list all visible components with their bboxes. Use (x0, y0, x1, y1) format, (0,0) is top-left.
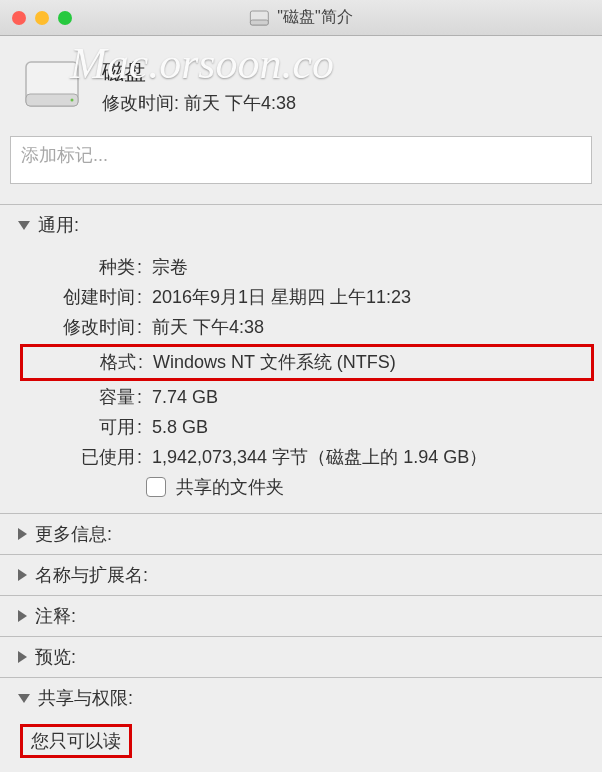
section-more-info-header[interactable]: 更多信息: (0, 514, 602, 554)
permission-text: 您只可以读 (31, 731, 121, 751)
shared-folder-checkbox[interactable] (146, 477, 166, 497)
kind-value: 宗卷 (152, 254, 188, 281)
created-label: 创建时间 (0, 284, 135, 311)
row-available: 可用 : 5.8 GB (0, 414, 602, 441)
section-more-info-title: 更多信息: (35, 522, 112, 546)
info-header-text: 磁盘 修改时间: 前天 下午4:38 (102, 57, 296, 115)
section-more-info: 更多信息: (0, 513, 602, 554)
info-header: 磁盘 修改时间: 前天 下午4:38 (0, 36, 602, 126)
modified-label: 修改时间 (0, 314, 135, 341)
shared-folder-label: 共享的文件夹 (176, 475, 284, 499)
format-label: 格式 (23, 349, 136, 376)
section-preview-header[interactable]: 预览: (0, 637, 602, 677)
section-general: 通用: 种类 : 宗卷 创建时间 : 2016年9月1日 星期四 上午11:23… (0, 204, 602, 513)
window-titlebar: "磁盘"简介 (0, 0, 602, 36)
section-preview-title: 预览: (35, 645, 76, 669)
svg-rect-3 (26, 94, 78, 106)
section-name-ext-header[interactable]: 名称与扩展名: (0, 555, 602, 595)
modified-value: 前天 下午4:38 (184, 93, 296, 113)
zoom-window-button[interactable] (58, 11, 72, 25)
disclosure-triangle-right-icon (18, 569, 27, 581)
modified-value: 前天 下午4:38 (152, 314, 264, 341)
used-label: 已使用 (0, 444, 135, 471)
titlebar-title-group: "磁盘"简介 (249, 7, 352, 28)
created-value: 2016年9月1日 星期四 上午11:23 (152, 284, 411, 311)
drive-icon (249, 8, 269, 28)
svg-point-4 (71, 99, 74, 102)
tags-input[interactable] (21, 145, 581, 166)
window-title: "磁盘"简介 (277, 7, 352, 28)
section-comments-title: 注释: (35, 604, 76, 628)
modified-label: 修改时间: (102, 93, 179, 113)
disclosure-triangle-right-icon (18, 651, 27, 663)
capacity-label: 容量 (0, 384, 135, 411)
drive-name: 磁盘 (102, 57, 296, 87)
disclosure-triangle-down-icon (18, 221, 30, 230)
available-label: 可用 (0, 414, 135, 441)
section-name-ext: 名称与扩展名: (0, 554, 602, 595)
row-capacity: 容量 : 7.74 GB (0, 384, 602, 411)
disclosure-triangle-right-icon (18, 528, 27, 540)
row-used: 已使用 : 1,942,073,344 字节（磁盘上的 1.94 GB） (0, 444, 602, 471)
available-value: 5.8 GB (152, 414, 208, 441)
format-highlight-box: 格式 : Windows NT 文件系统 (NTFS) (20, 344, 594, 381)
row-modified: 修改时间 : 前天 下午4:38 (0, 314, 602, 341)
section-general-body: 种类 : 宗卷 创建时间 : 2016年9月1日 星期四 上午11:23 修改时… (0, 245, 602, 513)
section-comments: 注释: (0, 595, 602, 636)
disclosure-triangle-down-icon (18, 694, 30, 703)
close-window-button[interactable] (12, 11, 26, 25)
section-comments-header[interactable]: 注释: (0, 596, 602, 636)
section-sharing: 共享与权限: 您只可以读 (0, 677, 602, 768)
row-shared-folder: 共享的文件夹 (146, 475, 602, 499)
section-preview: 预览: (0, 636, 602, 677)
capacity-value: 7.74 GB (152, 384, 218, 411)
row-format: 格式 : Windows NT 文件系统 (NTFS) (23, 349, 591, 376)
modified-summary: 修改时间: 前天 下午4:38 (102, 91, 296, 115)
disclosure-triangle-right-icon (18, 610, 27, 622)
format-value: Windows NT 文件系统 (NTFS) (153, 349, 396, 376)
minimize-window-button[interactable] (35, 11, 49, 25)
section-general-header[interactable]: 通用: (0, 205, 602, 245)
section-list: 通用: 种类 : 宗卷 创建时间 : 2016年9月1日 星期四 上午11:23… (0, 204, 602, 768)
section-sharing-title: 共享与权限: (38, 686, 133, 710)
permission-highlight-box: 您只可以读 (20, 724, 132, 758)
row-kind: 种类 : 宗卷 (0, 254, 602, 281)
svg-rect-1 (250, 20, 268, 25)
row-created: 创建时间 : 2016年9月1日 星期四 上午11:23 (0, 284, 602, 311)
traffic-lights (12, 11, 72, 25)
section-general-title: 通用: (38, 213, 79, 237)
drive-icon (20, 54, 84, 118)
section-sharing-body: 您只可以读 (0, 718, 602, 768)
section-sharing-header[interactable]: 共享与权限: (0, 678, 602, 718)
section-name-ext-title: 名称与扩展名: (35, 563, 148, 587)
tags-field[interactable] (10, 136, 592, 184)
used-value: 1,942,073,344 字节（磁盘上的 1.94 GB） (152, 444, 487, 471)
kind-label: 种类 (0, 254, 135, 281)
